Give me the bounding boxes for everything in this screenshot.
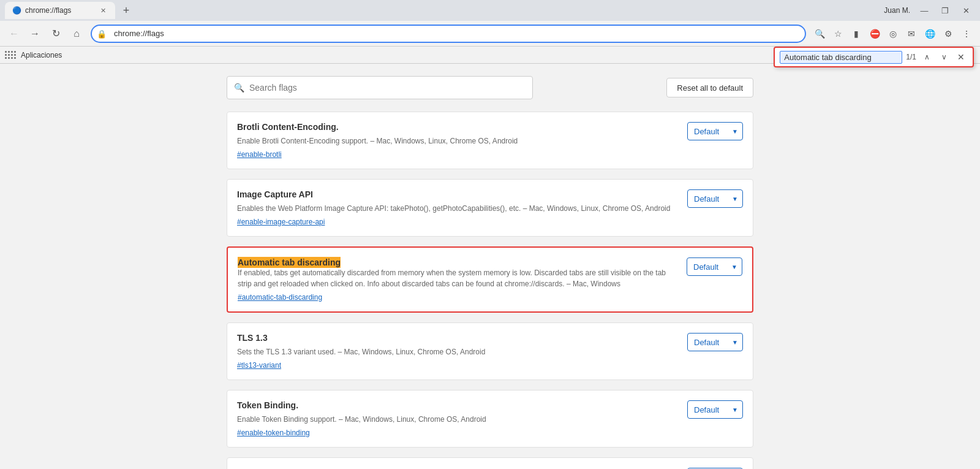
- find-prev-button[interactable]: ∧: [920, 50, 933, 64]
- find-count: 1/1: [906, 53, 916, 61]
- flags-list: Brotli Content-Encoding. Enable Brotli C…: [227, 112, 753, 469]
- flag-control: Default Enabled Disabled: [687, 333, 743, 351]
- flag-content: Brotli Content-Encoding. Enable Brotli C…: [237, 122, 675, 159]
- apps-icon: [5, 51, 13, 59]
- flag-content: TLS 1.3 Sets the TLS 1.3 variant used. –…: [237, 333, 675, 370]
- search-flags-wrapper: 🔍: [227, 76, 533, 99]
- menu-button[interactable]: ⋮: [958, 25, 975, 42]
- tab-close-button[interactable]: ✕: [98, 6, 108, 15]
- flag-item-token-binding: Token Binding. Enable Token Binding supp…: [227, 390, 753, 448]
- user-name: Juan M.: [884, 6, 910, 15]
- address-bar-container: 🔒: [91, 25, 806, 43]
- forward-button[interactable]: →: [26, 25, 44, 43]
- flag-item-scroll-anchor: Scroll Anchor Serialization Save the scr…: [227, 457, 753, 469]
- flag-select-wrapper: Default Enabled Disabled: [687, 257, 742, 276]
- flag-description: If enabled, tabs get automatically disca…: [238, 267, 674, 289]
- search-flags-input[interactable]: [227, 76, 533, 99]
- address-bar-icon: 🔒: [97, 29, 107, 38]
- flag-link[interactable]: #automatic-tab-discarding: [238, 293, 674, 302]
- find-close-button[interactable]: ✕: [954, 50, 968, 64]
- flag-select-wrapper: Default Enabled Disabled: [687, 189, 743, 208]
- reload-button[interactable]: ↻: [47, 25, 65, 43]
- find-input[interactable]: [780, 51, 902, 64]
- flag-row: Automatic tab discarding If enabled, tab…: [238, 257, 742, 302]
- flag-link[interactable]: #tls13-variant: [237, 361, 675, 370]
- gmail-icon[interactable]: ✉: [903, 25, 920, 42]
- extensions-icon[interactable]: ⛔: [866, 25, 883, 42]
- flag-title: TLS 1.3: [237, 333, 675, 343]
- flag-title: Image Capture API: [237, 189, 675, 199]
- address-bar[interactable]: [91, 25, 806, 43]
- flag-title: Token Binding.: [237, 400, 675, 410]
- page-content: 🔍 Reset all to default Brotli Content-En…: [0, 64, 980, 469]
- flag-select[interactable]: Default Enabled Disabled: [687, 400, 743, 419]
- close-button[interactable]: ✕: [957, 2, 975, 18]
- reset-all-button[interactable]: Reset all to default: [666, 78, 753, 97]
- browser-tab[interactable]: 🔵 chrome://flags ✕: [5, 2, 115, 19]
- flag-item-brotli: Brotli Content-Encoding. Enable Brotli C…: [227, 112, 753, 169]
- flag-select-wrapper: Default Enabled Disabled: [687, 400, 743, 419]
- flag-row: TLS 1.3 Sets the TLS 1.3 variant used. –…: [237, 333, 743, 370]
- apps-label: Aplicaciones: [21, 51, 62, 59]
- translate-icon[interactable]: 🌐: [921, 25, 938, 42]
- flag-link[interactable]: #enable-brotli: [237, 150, 675, 159]
- flag-control: Default Enabled Disabled: [687, 257, 742, 276]
- flag-content: Token Binding. Enable Token Binding supp…: [237, 400, 675, 437]
- minimize-button[interactable]: —: [915, 2, 933, 18]
- flag-row: Token Binding. Enable Token Binding supp…: [237, 400, 743, 437]
- flag-description: Enable Brotli Content-Encoding support. …: [237, 135, 675, 147]
- flag-select-wrapper: Default Enabled Disabled: [687, 122, 743, 140]
- find-next-button[interactable]: ∨: [937, 50, 951, 64]
- bookmark-icon[interactable]: ☆: [829, 25, 846, 42]
- flag-link[interactable]: #enable-image-capture-api: [237, 218, 675, 226]
- flag-description: Enable Token Binding support. – Mac, Win…: [237, 414, 675, 425]
- flag-select[interactable]: Default Enabled Disabled: [687, 189, 743, 208]
- flag-item-image-capture: Image Capture API Enables the Web Platfo…: [227, 179, 753, 237]
- flag-item-tls13: TLS 1.3 Sets the TLS 1.3 variant used. –…: [227, 322, 753, 380]
- flag-title: Automatic tab discarding: [238, 257, 341, 268]
- rss-icon[interactable]: ◎: [884, 25, 902, 42]
- flag-control: Default Enabled Disabled: [687, 189, 743, 208]
- flag-control: Default Enabled Disabled: [687, 122, 743, 140]
- apps-bookmark[interactable]: Aplicaciones: [16, 50, 67, 61]
- tab-favicon: 🔵: [12, 6, 21, 15]
- flag-content: Image Capture API Enables the Web Platfo…: [237, 189, 675, 226]
- flag-select[interactable]: Default Enabled Disabled: [687, 122, 743, 140]
- flag-row: Brotli Content-Encoding. Enable Brotli C…: [237, 122, 743, 159]
- tab-title: chrome://flags: [25, 6, 94, 15]
- search-flags-icon: 🔍: [234, 83, 244, 93]
- flag-row: Image Capture API Enables the Web Platfo…: [237, 189, 743, 226]
- find-bar: 1/1 ∧ ∨ ✕: [774, 47, 974, 67]
- flag-content: Automatic tab discarding If enabled, tab…: [238, 257, 674, 302]
- flag-title: Brotli Content-Encoding.: [237, 122, 675, 132]
- flag-select[interactable]: Default Enabled Disabled: [687, 257, 742, 276]
- flag-item-auto-tab-discard: Automatic tab discarding If enabled, tab…: [227, 246, 753, 313]
- back-button[interactable]: ←: [5, 25, 23, 43]
- flag-select-wrapper: Default Enabled Disabled: [687, 333, 743, 351]
- flag-description: Sets the TLS 1.3 variant used. – Mac, Wi…: [237, 346, 675, 357]
- new-tab-button[interactable]: +: [118, 2, 135, 19]
- search-wrapper: 🔍 Reset all to default: [227, 76, 753, 99]
- flag-description: Enables the Web Platform Image Capture A…: [237, 203, 675, 214]
- maximize-button[interactable]: ❐: [936, 2, 954, 18]
- cast-icon[interactable]: ▮: [848, 25, 865, 42]
- flag-select[interactable]: Default Enabled Disabled: [687, 333, 743, 351]
- flag-control: Default Enabled Disabled: [687, 400, 743, 419]
- lens-icon[interactable]: 🔍: [811, 25, 828, 42]
- flag-link[interactable]: #enable-token-binding: [237, 429, 675, 437]
- settings-icon[interactable]: ⚙: [940, 25, 957, 42]
- home-button[interactable]: ⌂: [67, 25, 86, 43]
